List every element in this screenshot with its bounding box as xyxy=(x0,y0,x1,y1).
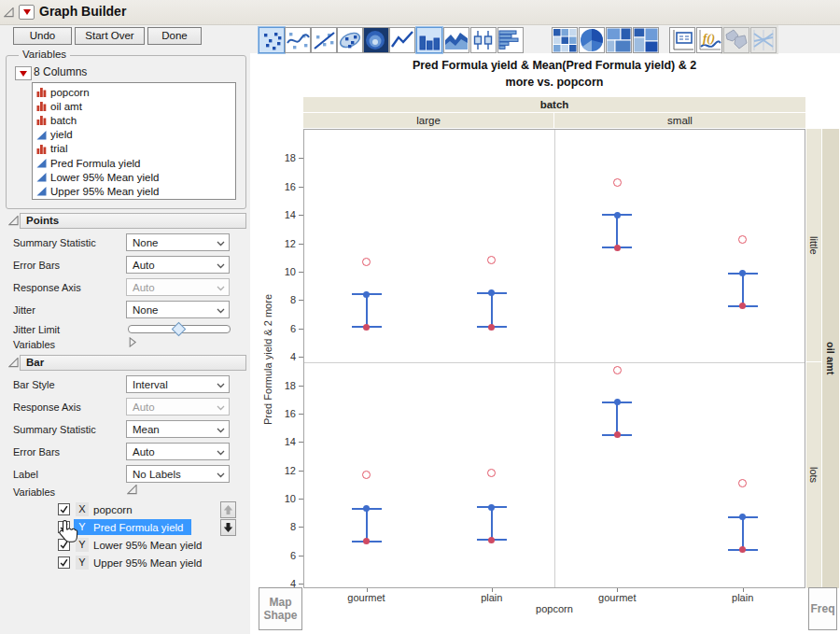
upper-mean-dot xyxy=(363,291,370,298)
graph-builder-window: Graph Builder UndoStart OverDone f() Var… xyxy=(0,0,840,634)
contour-icon[interactable] xyxy=(363,27,389,53)
assignment-row-lower-95-mean-yield[interactable]: YLower 95% Mean yield xyxy=(58,537,209,553)
move-up-button[interactable] xyxy=(220,501,236,518)
continuous-column-icon xyxy=(36,130,47,140)
ellipse-icon[interactable] xyxy=(337,27,363,53)
interval-stem xyxy=(616,402,618,435)
column-item-popcorn[interactable]: popcorn xyxy=(33,85,235,99)
chevron-down-icon xyxy=(217,260,225,271)
chart-title-line1: Pred Formula yield & Mean(Pred Formula y… xyxy=(280,59,829,72)
bar-variables-expander-icon[interactable] xyxy=(127,485,137,495)
bar-style-label: Bar Style xyxy=(13,379,55,390)
done-button[interactable]: Done xyxy=(147,27,202,45)
column-item-label: oil amt xyxy=(50,101,82,112)
column-level-large: large xyxy=(303,113,553,128)
upper-mean-dot xyxy=(614,212,621,218)
column-item-label: popcorn xyxy=(50,87,90,98)
bar-icon[interactable] xyxy=(416,27,442,53)
points-section-header[interactable]: Points xyxy=(20,213,246,229)
summary-statistic-dropdown[interactable]: None xyxy=(126,233,230,251)
error-bars-dropdown[interactable]: Auto xyxy=(126,256,230,274)
pie-icon[interactable] xyxy=(579,27,605,53)
column-item-label: yield xyxy=(50,129,73,140)
box-plot-icon[interactable] xyxy=(470,27,497,53)
panel-divider-horizontal xyxy=(304,362,805,363)
assignment-row-upper-95-mean-yield[interactable]: YUpper 95% Mean yield xyxy=(58,555,209,571)
bar-style-dropdown[interactable]: Interval xyxy=(126,375,230,393)
points-icon[interactable] xyxy=(259,27,285,53)
heatmap-icon[interactable] xyxy=(552,27,578,53)
red-triangle-menu-button[interactable] xyxy=(19,5,35,20)
line-of-fit-icon[interactable] xyxy=(311,27,337,53)
assignment-checkbox[interactable] xyxy=(58,557,70,569)
bar-disclosure-icon[interactable] xyxy=(8,358,19,368)
points-variables-expander-icon[interactable] xyxy=(127,337,137,347)
y-tick-mark xyxy=(299,244,303,245)
smoother-icon[interactable] xyxy=(285,27,311,53)
treemap-icon[interactable] xyxy=(606,27,632,53)
start-over-button[interactable]: Start Over xyxy=(75,27,145,45)
checkmark-icon xyxy=(59,557,69,568)
formula-icon[interactable]: f() xyxy=(696,27,722,53)
column-item-trial[interactable]: trial xyxy=(33,142,235,156)
histogram-icon[interactable] xyxy=(497,27,524,53)
column-item-yield[interactable]: yield xyxy=(33,128,235,142)
line-icon[interactable] xyxy=(389,27,415,53)
row-level-little: little xyxy=(806,129,821,361)
column-item-label: Pred Formula yield xyxy=(50,158,141,169)
column-item-oil-amt[interactable]: oil amt xyxy=(33,99,235,113)
interval-stem xyxy=(491,507,493,540)
summary-statistic-value: None xyxy=(133,237,159,248)
interval-stem xyxy=(366,509,368,542)
assignment-label: Pred Formula yield xyxy=(93,522,184,533)
panel-divider-vertical xyxy=(554,130,555,587)
columns-listbox[interactable]: popcornoil amtbatchyieldtrialPred Formul… xyxy=(32,82,236,200)
assignment-checkbox[interactable] xyxy=(58,503,70,515)
interval-stem xyxy=(616,215,618,247)
interval-stem xyxy=(742,274,744,306)
upper-mean-dot xyxy=(488,504,495,511)
move-down-button[interactable] xyxy=(220,519,236,536)
lower-mean-dot xyxy=(488,537,495,543)
label-dropdown[interactable]: No Labels xyxy=(126,465,230,483)
column-item-batch[interactable]: batch xyxy=(33,113,235,127)
column-item-upper-95-mean-yield[interactable]: Upper 95% Mean yield xyxy=(33,184,235,198)
error-bars-dropdown[interactable]: Auto xyxy=(126,443,230,460)
column-item-pred-formula-yield[interactable]: Pred Formula yield xyxy=(33,156,235,170)
y-tick-mark xyxy=(299,414,303,415)
chevron-down-icon xyxy=(217,304,225,316)
area-icon[interactable] xyxy=(443,27,469,53)
y-tick-mark xyxy=(299,329,303,330)
map-shape-drop-zone[interactable]: Map Shape xyxy=(259,587,302,630)
y-tick-label: 18 xyxy=(275,380,296,391)
chevron-down-icon xyxy=(217,379,225,390)
undo-button[interactable]: Undo xyxy=(13,27,72,45)
continuous-column-icon xyxy=(36,172,47,182)
parallel-plot-icon xyxy=(750,27,777,53)
column-item-lower-95-mean-yield[interactable]: Lower 95% Mean yield xyxy=(33,170,235,184)
continuous-column-icon xyxy=(36,158,47,168)
chevron-down-icon xyxy=(217,469,225,480)
collapse-triangle-icon[interactable] xyxy=(4,7,14,18)
summary-statistic-dropdown[interactable]: Mean xyxy=(126,420,230,438)
columns-red-triangle-button[interactable] xyxy=(15,66,32,80)
y-tick-mark xyxy=(299,527,303,528)
jitter-dropdown[interactable]: None xyxy=(126,301,230,318)
interval-stem xyxy=(366,294,368,327)
bar-section-header[interactable]: Bar xyxy=(20,355,246,371)
mosaic-icon[interactable] xyxy=(633,27,659,53)
lower-mean-dot xyxy=(363,324,370,331)
chevron-down-icon xyxy=(217,282,225,293)
y-tick-label: 6 xyxy=(275,550,296,561)
caption-box-icon[interactable] xyxy=(669,27,695,53)
checkmark-icon xyxy=(59,504,69,514)
points-disclosure-icon[interactable] xyxy=(8,216,19,226)
y-tick-label: 12 xyxy=(275,238,296,249)
assignment-row-popcorn[interactable]: Xpopcorn xyxy=(58,501,140,517)
bar-style-value: Interval xyxy=(133,379,168,390)
pred-point-circle xyxy=(738,235,747,244)
x-tick-label: plain xyxy=(710,592,776,603)
freq-drop-zone[interactable]: Freq xyxy=(808,587,837,630)
continuous-column-icon xyxy=(36,186,47,196)
column-item-label: trial xyxy=(50,143,68,154)
